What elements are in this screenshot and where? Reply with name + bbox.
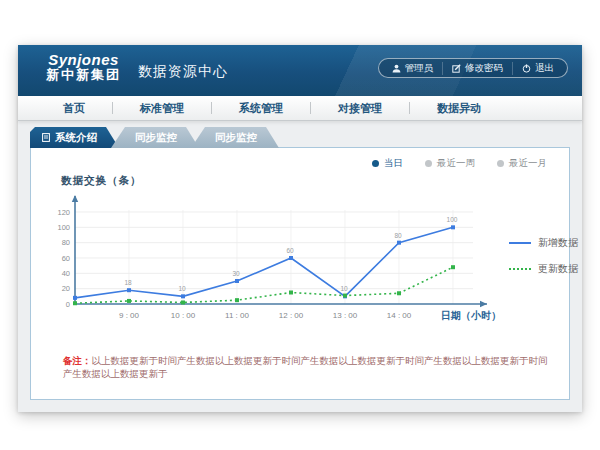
svg-text:80: 80 bbox=[394, 232, 402, 239]
series-legend: 新增数据更新数据 bbox=[509, 236, 578, 276]
svg-text:30: 30 bbox=[232, 270, 240, 277]
svg-text:10 : 00: 10 : 00 bbox=[171, 311, 196, 320]
logo-text-cn: 新中新集团 bbox=[46, 68, 121, 83]
nav-item-4[interactable]: 对接管理 bbox=[311, 101, 409, 116]
svg-text:60: 60 bbox=[62, 254, 70, 263]
footnote-label: 备注 bbox=[63, 355, 82, 366]
footnote: 备注：以上数据更新于时间产生数据以上数据更新于时间产生数据以上数据更新于时间产生… bbox=[63, 354, 553, 381]
nav-item-1[interactable]: 首页 bbox=[36, 101, 112, 116]
logo-text-en: Synjones bbox=[46, 51, 121, 68]
svg-text:13 : 00: 13 : 00 bbox=[333, 311, 358, 320]
nav-item-5[interactable]: 数据异动 bbox=[410, 101, 508, 116]
dotted-line-swatch bbox=[509, 268, 531, 270]
svg-text:60: 60 bbox=[286, 247, 294, 254]
radio-icon bbox=[372, 160, 379, 167]
chart-card: 当日最近一周最近一月 数据交换（条） 0204060801001209 : 00… bbox=[30, 147, 570, 400]
chart-y-axis-title: 数据交换（条） bbox=[61, 174, 142, 188]
svg-text:120: 120 bbox=[57, 208, 70, 217]
svg-text:40: 40 bbox=[62, 269, 70, 278]
nav-item-3[interactable]: 系统管理 bbox=[212, 101, 310, 116]
current-user-button[interactable]: 管理员 bbox=[383, 62, 443, 75]
tab-bar: 系统介绍同步监控同步监控 bbox=[30, 127, 279, 148]
nav-item-2[interactable]: 标准管理 bbox=[113, 101, 211, 116]
svg-text:14 : 00: 14 : 00 bbox=[387, 311, 412, 320]
svg-text:11 : 00: 11 : 00 bbox=[225, 311, 249, 320]
power-icon bbox=[522, 64, 531, 73]
svg-text:10: 10 bbox=[340, 285, 348, 292]
top-header-bar: Synjones 新中新集团 数据资源中心 管理员修改密码退出 bbox=[18, 45, 582, 96]
solid-line-swatch bbox=[509, 242, 531, 244]
tab-1[interactable]: 系统介绍 bbox=[30, 127, 119, 148]
svg-text:10: 10 bbox=[178, 285, 186, 292]
radio-icon bbox=[425, 160, 432, 167]
svg-text:20: 20 bbox=[62, 284, 70, 293]
period-filter-group: 当日最近一周最近一月 bbox=[372, 157, 547, 170]
user-menu: 管理员修改密码退出 bbox=[378, 58, 569, 78]
tab-2[interactable]: 同步监控 bbox=[111, 127, 199, 148]
logout-button[interactable]: 退出 bbox=[512, 62, 563, 75]
svg-text:0: 0 bbox=[66, 300, 70, 309]
user-icon bbox=[392, 64, 401, 73]
tab-3[interactable]: 同步监控 bbox=[191, 127, 279, 148]
legend-entry-1[interactable]: 新增数据 bbox=[509, 236, 578, 250]
svg-text:12 : 00: 12 : 00 bbox=[279, 311, 304, 320]
edit-icon bbox=[452, 64, 461, 73]
svg-text:18: 18 bbox=[124, 279, 132, 286]
period-filter-2[interactable]: 最近一周 bbox=[425, 157, 475, 170]
footnote-separator: ： bbox=[82, 355, 92, 366]
change-password-button[interactable]: 修改密码 bbox=[442, 62, 512, 75]
exchange-line-chart: 0204060801001209 : 0010 : 0011 : 0012 : … bbox=[43, 188, 509, 340]
legend-entry-2[interactable]: 更新数据 bbox=[509, 262, 578, 276]
page-title: 数据资源中心 bbox=[138, 63, 228, 81]
svg-text:100: 100 bbox=[447, 216, 458, 223]
document-icon bbox=[42, 132, 50, 144]
period-filter-1[interactable]: 当日 bbox=[372, 157, 403, 170]
period-filter-3[interactable]: 最近一月 bbox=[497, 157, 547, 170]
main-nav: 首页标准管理系统管理对接管理数据异动 bbox=[18, 96, 582, 121]
svg-text:日期（小时）: 日期（小时） bbox=[441, 310, 501, 321]
radio-icon bbox=[497, 160, 504, 167]
footnote-text: 以上数据更新于时间产生数据以上数据更新于时间产生数据以上数据更新于时间产生数据以… bbox=[63, 355, 548, 379]
svg-text:100: 100 bbox=[57, 223, 70, 232]
svg-text:9 : 00: 9 : 00 bbox=[119, 311, 140, 320]
content-area: 系统介绍同步监控同步监控 当日最近一周最近一月 数据交换（条） 02040608… bbox=[18, 121, 582, 412]
svg-text:80: 80 bbox=[62, 238, 70, 247]
company-logo: Synjones 新中新集团 bbox=[46, 51, 121, 83]
app-window: Synjones 新中新集团 数据资源中心 管理员修改密码退出 首页标准管理系统… bbox=[18, 45, 582, 412]
